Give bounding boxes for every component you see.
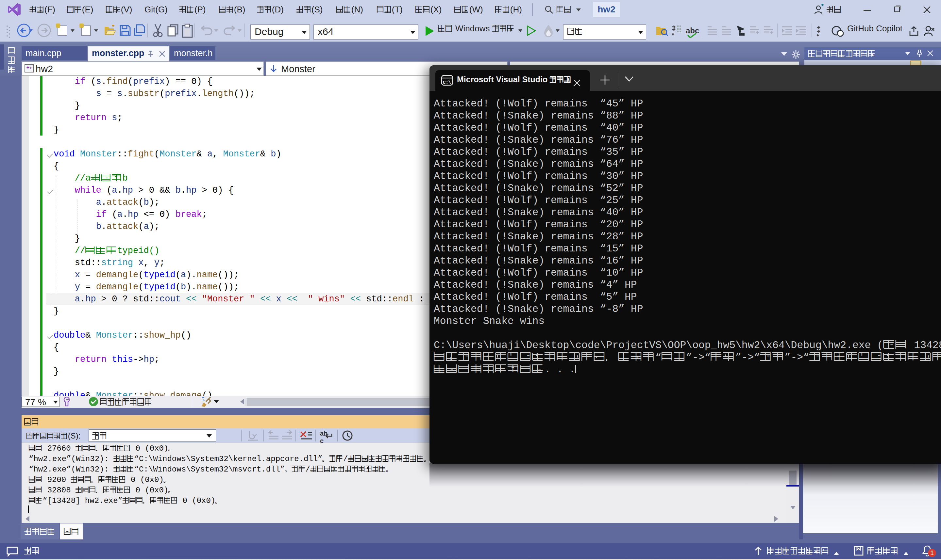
- svg-text:C:\: C:\: [443, 80, 451, 85]
